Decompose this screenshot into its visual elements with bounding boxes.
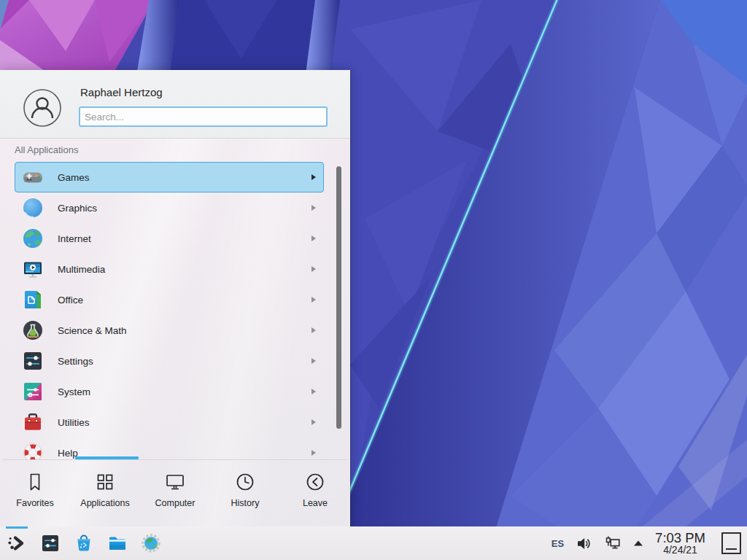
discover-button[interactable] <box>74 533 94 553</box>
tab-label: Computer <box>155 498 196 508</box>
search-input[interactable] <box>79 106 328 127</box>
launcher-header: Raphael Hertzog <box>0 70 350 139</box>
tab-label: History <box>231 498 260 508</box>
user-avatar-icon[interactable] <box>23 89 61 127</box>
menu-item-label: Internet <box>58 233 311 244</box>
submenu-arrow-icon <box>311 327 316 333</box>
taskbar-launcher-area <box>7 533 161 553</box>
tab-favorites[interactable]: Favorites <box>0 460 70 526</box>
grid-icon <box>94 471 116 493</box>
network-icon[interactable] <box>604 535 622 552</box>
settings-icon <box>21 349 44 373</box>
submenu-arrow-icon <box>311 266 316 272</box>
app-launcher-button[interactable] <box>7 533 27 553</box>
tab-label: Favorites <box>16 498 53 508</box>
show-desktop-button[interactable] <box>721 532 741 554</box>
menu-item-help[interactable]: Help <box>15 438 324 459</box>
multimedia-icon <box>21 257 44 281</box>
menu-item-multimedia[interactable]: Multimedia <box>15 254 324 284</box>
submenu-arrow-icon <box>311 358 316 364</box>
menu-item-science-math[interactable]: Science & Math <box>15 315 324 346</box>
tab-label: Leave <box>303 498 328 508</box>
menu-item-label: System <box>58 386 311 397</box>
section-label: All Applications <box>15 144 78 155</box>
discover-icon <box>74 533 94 553</box>
web-browser-icon <box>141 533 161 553</box>
system-tray: ES 7:03 PM 4/24/21 <box>551 531 747 556</box>
office-icon <box>21 288 44 311</box>
menu-item-label: Science & Math <box>58 325 311 336</box>
help-icon <box>21 441 44 459</box>
menu-item-internet[interactable]: Internet <box>15 223 324 254</box>
menu-item-games[interactable]: Games <box>15 162 324 192</box>
menu-item-label: Office <box>58 295 311 306</box>
file-manager-icon <box>107 533 128 553</box>
internet-icon <box>21 227 44 250</box>
menu-item-label: Games <box>58 172 311 183</box>
games-icon <box>21 166 44 189</box>
active-tab-indicator <box>75 456 139 459</box>
scrollbar[interactable] <box>336 166 341 429</box>
tab-applications[interactable]: Applications <box>70 460 140 526</box>
menu-item-utilities[interactable]: Utilities <box>15 407 324 438</box>
desktop: Raphael Hertzog All Applications Games <box>0 0 747 560</box>
volume-icon[interactable] <box>576 535 592 552</box>
file-manager-button[interactable] <box>107 533 128 553</box>
graphics-icon <box>21 196 44 219</box>
menu-item-label: Multimedia <box>58 264 311 275</box>
menu-item-settings[interactable]: Settings <box>15 346 324 376</box>
submenu-arrow-icon <box>311 236 316 241</box>
submenu-arrow-icon <box>311 419 316 425</box>
taskbar: ES 7:03 PM 4/24/21 <box>0 526 747 560</box>
menu-item-label: Settings <box>58 356 311 367</box>
web-browser-button[interactable] <box>141 533 161 553</box>
monitor-icon <box>164 471 186 493</box>
menu-item-label: Graphics <box>58 203 311 214</box>
utilities-icon <box>21 411 44 434</box>
system-icon <box>21 380 44 403</box>
submenu-arrow-icon <box>311 389 316 394</box>
submenu-arrow-icon <box>311 205 316 211</box>
submenu-arrow-icon <box>311 174 316 180</box>
menu-item-system[interactable]: System <box>15 376 324 407</box>
system-settings-icon <box>40 533 61 553</box>
menu-item-office[interactable]: Office <box>15 284 324 315</box>
clock-icon <box>234 471 256 493</box>
launcher-tabbar: Favorites Applications Computer <box>0 460 350 526</box>
expand-tray-caret-icon[interactable] <box>633 540 643 547</box>
tab-history[interactable]: History <box>210 460 280 526</box>
application-launcher-menu: Raphael Hertzog All Applications Games <box>0 70 350 526</box>
leave-icon <box>304 471 326 493</box>
bookmark-icon <box>24 471 46 493</box>
keyboard-layout-indicator[interactable]: ES <box>551 538 564 549</box>
menu-item-label: Utilities <box>58 417 311 428</box>
clock-time: 7:03 PM <box>655 531 705 545</box>
launcher-active-indicator <box>6 526 28 529</box>
category-list: Games Graphics <box>0 162 350 459</box>
tab-label: Applications <box>80 498 129 508</box>
system-settings-button[interactable] <box>40 533 61 553</box>
clock-date: 4/24/21 <box>655 545 705 556</box>
submenu-arrow-icon <box>311 297 316 303</box>
tab-leave[interactable]: Leave <box>280 460 350 526</box>
user-name: Raphael Hertzog <box>80 86 163 98</box>
submenu-arrow-icon <box>311 450 316 456</box>
digital-clock[interactable]: 7:03 PM 4/24/21 <box>655 531 705 556</box>
menu-item-graphics[interactable]: Graphics <box>15 192 324 223</box>
science-icon <box>21 319 44 342</box>
tab-computer[interactable]: Computer <box>140 460 210 526</box>
app-launcher-icon <box>7 533 27 553</box>
